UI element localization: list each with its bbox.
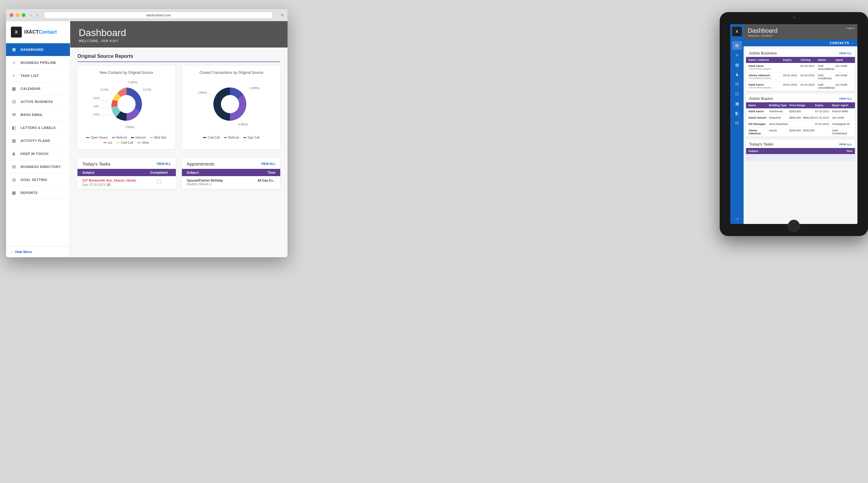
chart1-title: New Contacts by Original Source xyxy=(82,70,170,75)
tablet-nav-reports[interactable]: ▣ xyxy=(732,99,742,108)
tablet-nav-calendar[interactable]: ▦ xyxy=(732,61,742,69)
sidebar-item-goal-setting[interactable]: ◎ GOAL SETTING xyxy=(6,173,70,186)
appointments-panel: Appointments VIEW ALL Subject Time Spous… xyxy=(182,158,280,189)
browser-back-button[interactable]: ‹ xyxy=(30,13,32,18)
svg-text:3 (11%): 3 (11%) xyxy=(93,113,99,116)
tablet-nav-pipeline[interactable]: ≡ xyxy=(732,51,742,59)
tablet-nav-contacts[interactable]: ♟ xyxy=(732,70,742,79)
tablet-contacts-label: CONTACTS xyxy=(830,41,849,45)
svg-text:2 (20%): 2 (20%) xyxy=(250,87,259,90)
sidebar-item-task-list[interactable]: ✓ TASK LIST xyxy=(6,69,70,82)
tablet-active-buyers-view-all[interactable]: VIEW ALL xyxy=(839,97,852,100)
svg-text:5 (50%): 5 (50%) xyxy=(238,123,248,126)
tablet-nav-email[interactable]: ✉ xyxy=(732,80,742,88)
chart2-title: Closed Transactions by Original Source xyxy=(187,70,275,75)
browser-maximize-dot[interactable] xyxy=(22,13,25,17)
task-due-badge: ⊞ xyxy=(106,183,111,186)
tablet-screen: X ⊞ ≡ ▦ ♟ ✉ ⊡ ▣ ◧ ⊟ → Logout Dashboar xyxy=(730,24,858,224)
sidebar-item-active-business[interactable]: ⊡ ACTIVE BUSINESS xyxy=(6,95,70,108)
chart2-legend: Cold Call Referral Sign Call xyxy=(187,136,275,139)
chart-new-contacts: New Contacts by Original Source 7 (26%) … xyxy=(78,66,175,149)
legend2-cold-call: Cold Call xyxy=(203,136,220,139)
tablet-active-business-row: Jimmy Adamson 4 Anvil Street (Buyer) 09-… xyxy=(746,72,855,82)
legend-zzz: zzz xyxy=(103,141,112,144)
tablet-contacts-arrow-icon: ← xyxy=(851,41,855,45)
goal-setting-icon: ◎ xyxy=(11,177,17,183)
hide-menu-button[interactable]: ← Hide Menu xyxy=(6,246,70,257)
svg-line-20 xyxy=(207,94,217,97)
legend-website: Web Site xyxy=(150,136,166,139)
browser-address-bar[interactable]: ixactcontact.com xyxy=(44,11,273,19)
chart2-svg-container: 2 (20%) 3 (30%) 5 (50%) xyxy=(187,78,275,133)
task-checkbox[interactable] xyxy=(157,180,161,184)
tablet-nav-business[interactable]: ⊡ xyxy=(732,90,742,98)
task-list-icon: ✓ xyxy=(11,73,17,79)
logo-icon: X xyxy=(11,27,22,37)
charts-row: New Contacts by Original Source 7 (26%) … xyxy=(78,66,280,149)
tablet-buyer-row: David Venneri Detached $500,000 - $800,0… xyxy=(746,115,855,121)
browser-forward-button[interactable]: › xyxy=(37,13,38,18)
tablet-subtitle: Welcome, Jonathan! xyxy=(748,34,853,37)
tablet-sidebar: X ⊞ ≡ ▦ ♟ ✉ ⊡ ▣ ◧ ⊟ → xyxy=(730,24,744,224)
tablet-active-buyers-header: Active Buyers VIEW ALL xyxy=(746,94,855,102)
sidebar-item-business-directory[interactable]: ⊟ BUSINESS DIRECTORY xyxy=(6,160,70,173)
main-header: Dashboard WELCOME, JON KAY! xyxy=(70,21,287,47)
tablet-logout-button[interactable]: Logout xyxy=(846,27,855,30)
appt-col-time: Time xyxy=(251,171,275,174)
sidebar-item-reports[interactable]: ▣ REPORTS xyxy=(6,186,70,199)
sidebar-item-business-pipeline[interactable]: ≡ BUSINESS PIPELINE xyxy=(6,56,70,69)
business-pipeline-icon: ≡ xyxy=(11,60,17,66)
appointment-row: Spouse/Partner Birthday (Switzer, Renee … xyxy=(182,176,280,189)
tasks-table-header: Subject Completed xyxy=(78,169,176,176)
tablet-active-business-view-all[interactable]: VIEW ALL xyxy=(839,52,852,55)
browser-refresh-icon[interactable]: ↻ xyxy=(281,13,284,17)
tablet-nav-doc[interactable]: ◧ xyxy=(732,109,742,118)
sidebar-item-letters-labels[interactable]: ◧ LETTERS & LABELS xyxy=(6,121,70,134)
task-due-row: Due: 07-02-2013 ⊞ xyxy=(82,183,147,186)
tablet-body: X ⊞ ≡ ▦ ♟ ✉ ⊡ ▣ ◧ ⊟ → Logout Dashboar xyxy=(720,12,868,236)
browser-window: ‹ › ixactcontact.com ↻ X IXACTContact ⊞ … xyxy=(6,9,287,257)
legend2-referral: Referral xyxy=(224,136,239,139)
browser-url: ixactcontact.com xyxy=(146,13,171,17)
sidebar-item-mass-email[interactable]: ✉ MASS EMAIL xyxy=(6,108,70,121)
tablet-tasks-header: Today's Tasks VIEW ALL xyxy=(746,140,855,148)
tablet-buyer-row: Ed Flannigan Semi-Detached 07-31-2013 Ch… xyxy=(746,121,855,127)
appointments-table-header: Subject Time xyxy=(182,169,280,176)
tablet-tasks-section: Today's Tasks VIEW ALL Subject Time ... xyxy=(746,140,855,160)
svg-text:3 (30%): 3 (30%) xyxy=(198,91,207,94)
sidebar-item-keep-in-touch[interactable]: ♟ KEEP IN TOUCH xyxy=(6,148,70,160)
browser-chrome: ‹ › ixactcontact.com ↻ xyxy=(6,9,287,21)
task-checkbox-cell[interactable] xyxy=(147,179,171,184)
tablet-scroll-area[interactable]: Active Business VIEW ALL Name / Address … xyxy=(744,46,858,224)
tablet-active-business-row: Hank Aaron 4 Anvil Street (Buyer) 01-16-… xyxy=(746,63,855,72)
tasks-view-all-link[interactable]: VIEW ALL xyxy=(157,162,171,165)
active-business-icon: ⊡ xyxy=(11,99,17,105)
app-container: X IXACTContact ⊞ DASHBOARD ≡ BUSINESS PI… xyxy=(6,21,287,257)
sidebar-item-dashboard[interactable]: ⊞ DASHBOARD xyxy=(6,43,70,56)
browser-close-dot[interactable] xyxy=(10,13,13,17)
chart1-svg-container: 7 (26%) 2 (7%) 2 (7%) 3 (11%) 3 (11%) 3 … xyxy=(82,78,170,133)
tablet-nav-dashboard[interactable]: ⊞ xyxy=(732,41,742,50)
tablet-main: Logout Dashboard Welcome, Jonathan! CONT… xyxy=(744,24,858,224)
sidebar-item-calendar[interactable]: ▦ CALENDAR xyxy=(6,82,70,95)
tablet-active-business-table-head: Name / Address Expiry Closing Status Age… xyxy=(746,57,855,63)
tasks-header-row: Today's Tasks VIEW ALL xyxy=(78,158,176,169)
tablet-active-business-section: Active Business VIEW ALL Name / Address … xyxy=(746,49,855,91)
tablet-tasks-title: Today's Tasks xyxy=(749,142,773,147)
svg-line-12 xyxy=(100,108,111,109)
tablet-tasks-table-head: Subject Time xyxy=(746,148,855,154)
tablet-contacts-bar[interactable]: CONTACTS ← xyxy=(744,40,858,46)
appointment-name: Spouse/Partner Birthday xyxy=(187,179,223,182)
tablet-nav-dir[interactable]: ⊟ xyxy=(732,119,742,127)
tablet-app: X ⊞ ≡ ▦ ♟ ✉ ⊡ ▣ ◧ ⊟ → Logout Dashboar xyxy=(730,24,858,224)
svg-text:3 (11%): 3 (11%) xyxy=(93,105,99,108)
browser-minimize-dot[interactable] xyxy=(16,13,19,17)
tablet-tasks-view-all[interactable]: VIEW ALL xyxy=(839,143,852,146)
chart1-svg: 7 (26%) 2 (7%) 2 (7%) 3 (11%) 3 (11%) 3 … xyxy=(93,78,160,133)
page-title: Dashboard xyxy=(79,27,279,38)
task-name-link[interactable]: 137 Bentworth Ave. (Aaron, Hank) xyxy=(82,179,135,182)
tablet-home-button[interactable] xyxy=(788,220,800,232)
appointments-view-all-link[interactable]: VIEW ALL xyxy=(261,162,275,165)
sidebar-item-activity-plans[interactable]: ▤ ACTIVITY PLANS xyxy=(6,134,70,148)
tablet-nav-arrow[interactable]: → xyxy=(735,216,739,222)
